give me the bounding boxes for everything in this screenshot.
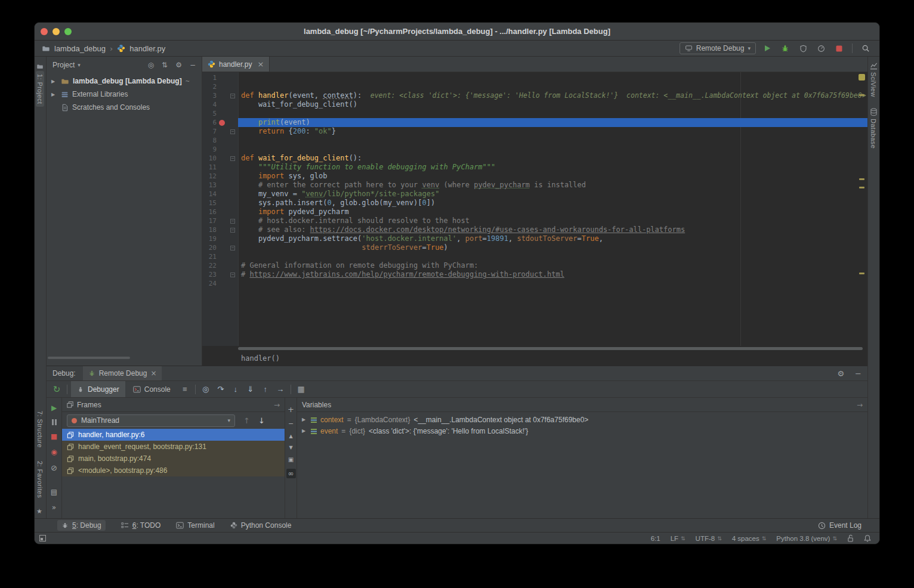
next-frame-icon[interactable]: ↓: [258, 416, 265, 425]
breakpoint-icon[interactable]: [219, 120, 225, 126]
favorites-star-icon[interactable]: ★: [36, 507, 42, 515]
breakpoint-gutter[interactable]: [217, 172, 227, 181]
zoom-window-button[interactable]: [64, 28, 72, 35]
hide-toolwindow-icon[interactable]: −: [190, 61, 196, 69]
breakpoint-gutter[interactable]: [217, 109, 227, 118]
code-text[interactable]: [238, 136, 867, 145]
code-text[interactable]: [238, 82, 867, 91]
minimize-window-button[interactable]: [53, 28, 60, 35]
line-number[interactable]: 9: [202, 145, 217, 154]
code-text[interactable]: import pydevd_pycharm: [238, 208, 867, 216]
run-configuration-select[interactable]: Remote Debug ▾: [680, 42, 756, 54]
code-text[interactable]: stderrToServer=True): [238, 243, 867, 252]
code-text[interactable]: def wait_for_debug_client():: [238, 154, 867, 163]
breakpoint-gutter[interactable]: [217, 279, 227, 288]
sidebar-item-sciview[interactable]: SciView: [870, 72, 877, 97]
move-up-icon[interactable]: ▲: [289, 434, 292, 439]
code-text[interactable]: # enter the correct path here to your ve…: [238, 181, 867, 190]
code-text[interactable]: import sys, glob: [238, 172, 867, 181]
sciview-icon[interactable]: [870, 61, 878, 72]
code-text[interactable]: sys.path.insert(0, glob.glob(my_venv)[0]…: [238, 199, 867, 208]
search-everywhere-button[interactable]: [859, 42, 872, 55]
remove-watch-icon[interactable]: −: [288, 420, 294, 428]
stack-frame[interactable]: main, bootstrap.py:474: [62, 453, 285, 465]
sidebar-item-favorites[interactable]: 2: Favorites: [36, 461, 44, 498]
step-into-icon[interactable]: ↓: [229, 385, 242, 394]
breakpoint-gutter[interactable]: [217, 181, 227, 190]
show-execution-point-icon[interactable]: ◎: [199, 385, 212, 394]
debug-session-tab[interactable]: Remote Debug ×: [83, 366, 162, 380]
line-number[interactable]: 5: [202, 109, 217, 118]
gear-icon[interactable]: ⚙: [175, 61, 182, 69]
error-stripe-mark[interactable]: [859, 187, 864, 188]
fold-marker-icon[interactable]: [230, 94, 235, 98]
sidebar-item-structure[interactable]: 7: Structure: [36, 411, 44, 448]
breakpoint-gutter[interactable]: [217, 118, 227, 127]
collapse-all-icon[interactable]: ⇅: [162, 61, 168, 69]
code-text[interactable]: [238, 145, 867, 154]
project-title[interactable]: Project: [53, 61, 75, 69]
line-number[interactable]: 23: [202, 270, 217, 279]
variable-row-context[interactable]: ▶ context = {LambdaContext} <__main__.La…: [297, 414, 867, 425]
breakpoint-gutter[interactable]: [217, 225, 227, 234]
line-number[interactable]: 19: [202, 234, 217, 243]
inspections-widget[interactable]: [859, 74, 865, 81]
sidebar-item-project[interactable]: 1: Project: [36, 71, 44, 107]
breakpoint-gutter[interactable]: [217, 73, 227, 82]
fold-marker-icon[interactable]: [230, 129, 235, 134]
breakpoint-gutter[interactable]: [217, 82, 227, 91]
line-number[interactable]: 11: [202, 163, 217, 172]
code-text[interactable]: def handler(event, context): event: <cla…: [238, 91, 867, 100]
line-number[interactable]: 4: [202, 100, 217, 109]
code-text[interactable]: [238, 109, 867, 118]
toolwindow-button-python-console[interactable]: Python Console: [230, 521, 292, 530]
error-stripe-mark[interactable]: [859, 273, 864, 274]
line-number[interactable]: 15: [202, 199, 217, 208]
breakpoint-gutter[interactable]: [217, 91, 227, 100]
breakpoint-gutter[interactable]: [217, 261, 227, 270]
resume-icon[interactable]: ▶: [51, 404, 57, 412]
tab-console[interactable]: Console: [127, 381, 177, 397]
step-out-icon[interactable]: ↑: [259, 385, 272, 394]
toolwindow-button-terminal[interactable]: Terminal: [176, 521, 214, 530]
encoding-widget[interactable]: UTF-8⇅: [696, 535, 722, 542]
fold-marker-icon[interactable]: [230, 228, 235, 233]
line-separator-widget[interactable]: LF⇅: [671, 535, 686, 542]
mute-breakpoints-icon[interactable]: ⊘: [51, 463, 57, 472]
event-log-button[interactable]: Event Log: [818, 521, 861, 530]
tree-item-scratches[interactable]: Scratches and Consoles: [47, 101, 202, 114]
breakpoint-gutter[interactable]: [217, 234, 227, 243]
expand-icon[interactable]: ▶: [302, 417, 307, 422]
project-horizontal-scrollbar[interactable]: [48, 357, 130, 359]
view-breakpoints-icon[interactable]: ◉: [51, 448, 57, 456]
fold-marker-icon[interactable]: [230, 246, 235, 250]
show-return-values-icon[interactable]: ∞: [286, 469, 296, 478]
stack-frame[interactable]: handle_event_request, bootstrap.py:131: [62, 441, 285, 453]
breakpoint-gutter[interactable]: [217, 216, 227, 225]
variable-row-event[interactable]: ▶ event = {dict} <class 'dict'>: {'messa…: [297, 425, 867, 437]
code-text[interactable]: pydevd_pycharm.settrace('host.docker.int…: [238, 234, 867, 243]
code-text[interactable]: wait_for_debug_client(): [238, 100, 867, 109]
code-text[interactable]: my_venv = "venv/lib/python*/site-package…: [238, 190, 867, 199]
breakpoint-gutter[interactable]: [217, 145, 227, 154]
fold-marker-icon[interactable]: [230, 219, 235, 224]
code-text[interactable]: # see also: https://docs.docker.com/desk…: [238, 225, 867, 234]
breadcrumb-file[interactable]: handler.py: [129, 44, 165, 53]
breakpoint-gutter[interactable]: [217, 208, 227, 216]
breakpoint-gutter[interactable]: [217, 127, 227, 136]
debug-button[interactable]: [779, 42, 792, 55]
code-text[interactable]: # host.docker.internal should resolve to…: [238, 216, 867, 225]
more-actions-icon[interactable]: »: [52, 503, 56, 512]
watches-icon[interactable]: ▣: [288, 456, 294, 463]
readonly-lock-button[interactable]: [847, 534, 854, 542]
hide-toolwindow-icon[interactable]: −: [855, 369, 861, 378]
line-number[interactable]: 17: [202, 216, 217, 225]
breakpoint-gutter[interactable]: [217, 163, 227, 172]
line-number[interactable]: 7: [202, 127, 217, 136]
code-text[interactable]: [238, 252, 867, 261]
line-number[interactable]: 16: [202, 208, 217, 216]
move-down-icon[interactable]: ▼: [289, 445, 292, 450]
chevron-right-icon[interactable]: ▶: [51, 92, 57, 97]
code-editor[interactable]: 123def handler(event, context): event: <…: [202, 72, 867, 346]
code-text[interactable]: """Utility function to enable debugging …: [238, 163, 867, 172]
